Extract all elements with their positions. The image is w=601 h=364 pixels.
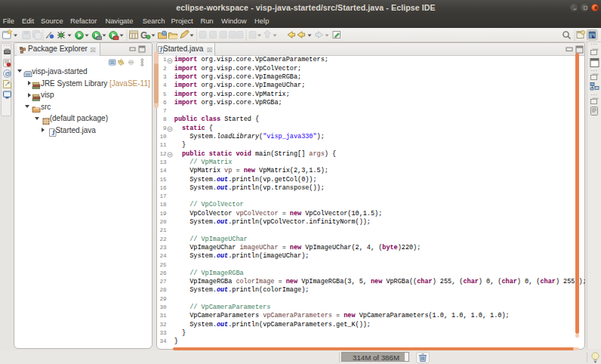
svg-text:J: J (51, 129, 55, 137)
svg-text:G: G (140, 30, 147, 41)
svg-text:@: @ (5, 70, 11, 77)
svg-text:J: J (159, 47, 162, 54)
